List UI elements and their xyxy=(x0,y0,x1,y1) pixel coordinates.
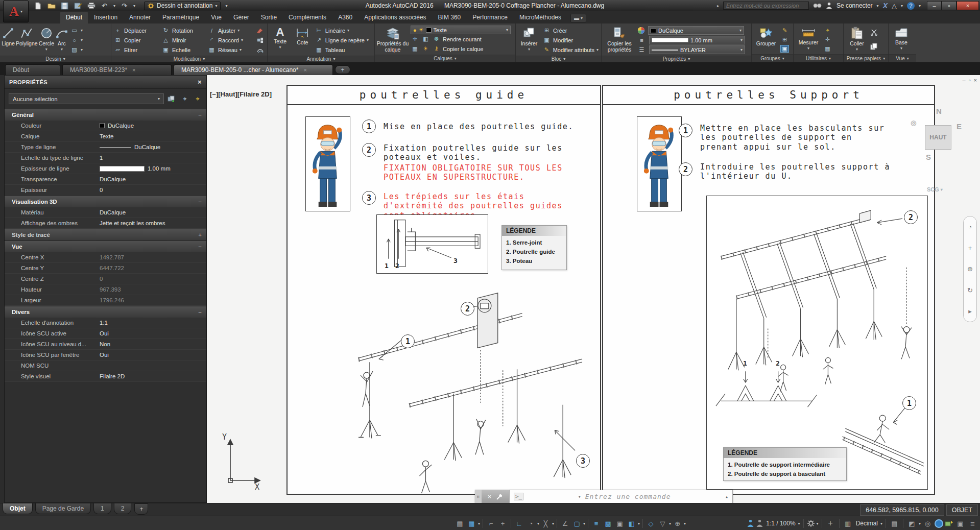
ribbon-tab-parametrique[interactable]: Paramétrique xyxy=(157,12,205,23)
close-icon[interactable]: × xyxy=(132,67,135,73)
prop-row[interactable]: Icône SCU activeOui xyxy=(5,328,206,339)
group-select-icon[interactable]: ▣ xyxy=(780,45,789,53)
explode-button[interactable] xyxy=(256,35,264,45)
layout-tab-2[interactable]: 2 xyxy=(114,503,132,514)
fillet-button[interactable]: ◜Raccord▾ xyxy=(207,35,254,45)
circle-button[interactable]: Cercle▾ xyxy=(39,25,54,56)
base-view-button[interactable]: Base▾ xyxy=(890,25,913,54)
saveas-button[interactable] xyxy=(74,2,82,10)
lock-ui-icon[interactable]: ◩ xyxy=(906,518,917,529)
recent-commands-icon[interactable]: ▾ xyxy=(578,494,581,499)
object-snap-icon[interactable]: ▢ xyxy=(571,518,582,529)
object-snap-tracking-icon[interactable]: ∠ xyxy=(560,518,570,529)
units-ruler-icon[interactable]: ▥ xyxy=(843,518,853,529)
zoom-icon[interactable]: ⊕ xyxy=(967,265,973,273)
osnap-dropdown[interactable]: ▾ xyxy=(583,521,585,526)
workspace-gear-icon[interactable] xyxy=(807,519,815,527)
create-block-button[interactable]: ⊞Créer xyxy=(542,26,599,35)
nav-wheel-icon[interactable]: ◔ xyxy=(968,223,972,231)
autoscale-icon[interactable] xyxy=(756,519,763,527)
panel-label-vue[interactable]: Vue▾ xyxy=(889,54,916,62)
prop-row[interactable]: Affichage des ombresJette et reçoit les … xyxy=(5,218,206,229)
copy-button[interactable]: ⊞Copier xyxy=(113,35,159,45)
linear-dim-button[interactable]: ⊢Linéaire▾ xyxy=(315,26,372,35)
units-button[interactable]: Décimal xyxy=(855,520,879,527)
search-icon[interactable] xyxy=(813,3,822,9)
snap-grid-icon[interactable]: ▦ xyxy=(466,518,477,529)
fullscreen-icon[interactable]: ▣ xyxy=(955,518,966,529)
save-button[interactable] xyxy=(60,2,69,10)
panel-label-bloc[interactable]: Bloc▾ xyxy=(516,56,601,62)
signin-button[interactable]: Se connecter xyxy=(836,2,873,9)
prop-row[interactable]: Epaisseur de ligne1.00 mm xyxy=(5,163,206,174)
move-button[interactable]: +Déplacer xyxy=(113,26,159,35)
section-visu3d[interactable]: Visualisation 3D− xyxy=(5,196,206,207)
space-mode-badge[interactable]: OBJET xyxy=(946,504,978,516)
doc-tab-debut[interactable]: Début xyxy=(5,64,60,75)
close-icon[interactable]: × xyxy=(957,1,979,10)
annotation-monitor-icon[interactable]: + xyxy=(825,518,836,529)
match-properties-button[interactable]: Copier les propriétés xyxy=(603,25,636,56)
close-icon[interactable]: × xyxy=(198,78,202,86)
section-style-trace[interactable]: Style de tracé+ xyxy=(5,229,206,240)
close-icon[interactable]: × xyxy=(303,67,306,73)
pan-icon[interactable]: + xyxy=(968,244,972,252)
command-expand-icon[interactable]: ▴ xyxy=(725,494,728,499)
show-motion-icon[interactable]: ▸ xyxy=(968,307,972,315)
prop-row[interactable]: Centre Z0 xyxy=(5,274,206,284)
qat-customize-dropdown[interactable]: ▾ xyxy=(225,4,227,8)
prop-row[interactable]: Echelle du type de ligne1 xyxy=(5,153,206,163)
prop-row[interactable]: Epaisseur0 xyxy=(5,185,206,196)
undo-button[interactable]: ↶ xyxy=(100,2,109,10)
drawing-canvas[interactable]: [−][Haut][Filaire 2D] – ▫ × poutrelles g… xyxy=(207,75,980,503)
polar-tracking-icon[interactable]: ◔ xyxy=(525,518,536,529)
redo-button[interactable]: ↷ xyxy=(120,2,129,10)
polyline-button[interactable]: Polyligne xyxy=(16,25,38,56)
point-icon[interactable]: ✛ xyxy=(823,36,832,43)
help-icon[interactable]: ? xyxy=(907,2,915,10)
match-layer-button[interactable]: ▦☀⚷Copier le calque xyxy=(411,44,511,54)
edit-attributes-button[interactable]: ✎Modifier attributs▾ xyxy=(542,45,599,55)
wrench-icon[interactable] xyxy=(496,493,503,500)
object-color-select[interactable]: DuCalque▾ xyxy=(648,26,744,35)
panel-label-calques[interactable]: Calques▾ xyxy=(375,55,515,62)
lineweight-select[interactable]: 1.00 mm▾ xyxy=(649,36,745,44)
viewcube-south[interactable]: S xyxy=(926,153,931,161)
group-edit-icon[interactable]: ⊞ xyxy=(780,36,789,43)
selection-filter-icon[interactable]: ▽ xyxy=(657,518,668,529)
layer-select[interactable]: ● ☀ Texte ▾ xyxy=(411,26,511,34)
layer-properties-button[interactable]: Propriétés du calque xyxy=(376,25,409,55)
prop-row[interactable]: MatériauDuCalque xyxy=(5,207,206,218)
plot-button[interactable] xyxy=(87,2,95,10)
ribbon-tab-performance[interactable]: Performance xyxy=(467,12,513,23)
color-wheel-icon[interactable] xyxy=(637,27,645,34)
scale-button[interactable]: ▣Echelle xyxy=(161,45,205,55)
quick-select-icon[interactable]: ⌖ xyxy=(193,95,202,103)
help-dropdown[interactable]: ▾ xyxy=(919,4,921,8)
restore-icon[interactable]: ▫ xyxy=(969,77,971,83)
panel-label-groupes[interactable]: Groupes▾ xyxy=(752,54,793,62)
viewcube-north[interactable]: N xyxy=(936,107,942,115)
restore-icon[interactable]: ▫ xyxy=(942,1,957,10)
ortho-mode-icon[interactable]: ∟ xyxy=(514,518,524,529)
section-vue[interactable]: Vue− xyxy=(5,240,206,252)
command-input[interactable]: >_ ▾ Entrez une commande ▴ xyxy=(509,490,733,503)
snap-dropdown[interactable]: ▾ xyxy=(478,521,480,526)
lock-dropdown[interactable]: ▾ xyxy=(919,521,921,526)
panel-label-modification[interactable]: Modification▾ xyxy=(111,56,267,62)
prop-row[interactable]: Type de ligneDuCalque xyxy=(5,142,206,153)
autocad-logo-button[interactable]: A ▾ xyxy=(3,1,29,22)
palette-header[interactable]: PROPRIÉTÉS × xyxy=(5,76,206,89)
table-button[interactable]: ▦Tableau xyxy=(315,45,372,55)
workspace-selector[interactable]: Dessin et annotation ▾ xyxy=(144,2,221,10)
a360-icon[interactable]: △ xyxy=(892,2,897,10)
transparency-icon[interactable]: ▩ xyxy=(603,518,613,529)
signin-dropdown[interactable]: ▾ xyxy=(877,4,879,8)
edit-block-button[interactable]: ▣Modifier xyxy=(542,35,599,45)
arc-button[interactable]: Arc▾ xyxy=(55,25,68,56)
ribbon-tab-vue[interactable]: Vue xyxy=(205,12,227,23)
ungroup-icon[interactable]: ✎ xyxy=(780,27,789,34)
group-button[interactable]: Grouper xyxy=(753,25,779,54)
new-file-button[interactable] xyxy=(34,2,42,10)
isolate-objects-icon[interactable]: ◎ xyxy=(922,518,933,529)
